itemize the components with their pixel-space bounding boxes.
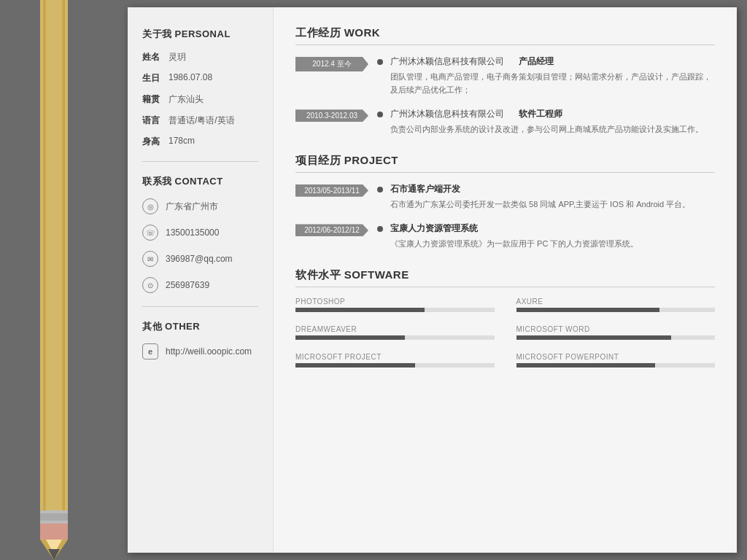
wechat-icon: ⊙	[142, 277, 158, 293]
project-section: 项目经历 PROJECT 2013/05-2013/11 石市通客户端开发 石市…	[295, 154, 715, 251]
svg-rect-2	[62, 0, 65, 510]
work-items: 2012.4 至今 广州沐沐颖信息科技有限公司 产品经理 团队管理，电商产品管理…	[295, 55, 715, 136]
contact-row: ◎广东省广州市	[142, 198, 258, 214]
timeline-tag: 2013/05-2013/11	[295, 184, 368, 197]
svg-rect-4	[40, 510, 68, 513]
timeline-desc: 团队管理，电商产品管理，电子商务策划项目管理；网站需求分析，产品设计，产品跟踪，…	[390, 71, 715, 96]
software-item: DREAMWEAVER	[295, 325, 495, 340]
svg-rect-1	[43, 0, 46, 510]
other-info: ehttp://weili.ooopic.com	[142, 343, 258, 359]
timeline-body: 广州沐沐颖信息科技有限公司 软件工程师 负责公司内部业务系统的设计及改进，参与公…	[390, 108, 715, 136]
info-value: 178cm	[169, 136, 195, 148]
sidebar: 关于我 PERSONAL 姓名灵玥生日1986.07.08籍贯广东汕头语言普通话…	[128, 7, 274, 553]
timeline-body: 宝康人力资源管理系统 《宝康人力资源管理系统》为一款应用于 PC 下的人力资源管…	[390, 222, 715, 251]
pencil-decoration	[0, 0, 117, 560]
software-bar-bg	[295, 363, 495, 368]
project-name: 石市通客户端开发	[390, 183, 460, 195]
contact-value: 13500135000	[166, 228, 219, 238]
other-value: http://weili.ooopic.com	[166, 346, 252, 357]
software-section: 软件水平 SOFTWARE PHOTOSHOP AXURE DREAMWEAVE…	[295, 268, 715, 373]
software-bar-fill	[295, 335, 405, 340]
timeline-dot	[377, 112, 383, 117]
software-bar-fill	[295, 363, 415, 368]
info-value: 灵玥	[169, 51, 186, 63]
contact-info: ◎广东省广州市☏13500135000✉396987@qq.com⊙256987…	[142, 198, 258, 293]
software-bar-bg	[516, 335, 716, 340]
contact-row: ⊙256987639	[142, 277, 258, 293]
timeline-tag: 2010.3-2012.03	[295, 109, 368, 122]
company-name: 广州沐沐颖信息科技有限公司	[390, 55, 504, 68]
personal-row: 身高178cm	[142, 136, 258, 148]
software-grid: PHOTOSHOP AXURE DREAMWEAVER MICROSOFT WO…	[295, 298, 715, 373]
svg-rect-5	[40, 521, 68, 524]
info-label: 姓名	[142, 51, 163, 63]
timeline-body: 广州沐沐颖信息科技有限公司 产品经理 团队管理，电商产品管理，电子商务策划项目管…	[390, 55, 715, 96]
software-bar-bg	[516, 363, 716, 368]
software-bar-fill	[516, 363, 656, 368]
timeline-desc: 石市通为广东某公司委托开发一款类似 58 同城 APP,主要运于 IOS 和 A…	[390, 198, 715, 211]
software-bar-bg	[295, 308, 495, 312]
project-item: 2013/05-2013/11 石市通客户端开发 石市通为广东某公司委托开发一款…	[295, 183, 715, 211]
main-content: 工作经历 WORK 2012.4 至今 广州沐沐颖信息科技有限公司 产品经理 团…	[274, 7, 737, 553]
divider-2	[142, 306, 258, 307]
personal-row: 姓名灵玥	[142, 51, 258, 63]
contact-title: 联系我 CONTACT	[142, 175, 258, 188]
timeline-dot	[377, 187, 383, 192]
info-label: 语言	[142, 114, 163, 127]
software-bar-bg	[295, 335, 495, 340]
project-title: 项目经历 PROJECT	[295, 154, 715, 173]
software-name: MICROSOFT POWERPOINT	[516, 353, 716, 361]
contact-value: 广东省广州市	[166, 201, 218, 213]
info-value: 1986.07.08	[169, 72, 212, 85]
info-label: 生日	[142, 72, 163, 85]
project-item: 2012/06-2012/12 宝康人力资源管理系统 《宝康人力资源管理系统》为…	[295, 222, 715, 251]
email-icon: ✉	[142, 251, 158, 267]
timeline-header: 广州沐沐颖信息科技有限公司 产品经理	[390, 55, 715, 68]
personal-row: 籍贯广东汕头	[142, 93, 258, 106]
software-name: MICROSOFT WORD	[516, 325, 716, 333]
software-name: DREAMWEAVER	[295, 325, 495, 333]
timeline-header: 石市通客户端开发	[390, 183, 715, 195]
info-label: 籍贯	[142, 93, 163, 106]
website-icon: e	[142, 343, 158, 359]
svg-marker-9	[48, 549, 60, 560]
software-bar-bg	[516, 308, 716, 312]
software-bar-fill	[516, 335, 672, 340]
divider-1	[142, 161, 258, 162]
timeline-tag: 2012/06-2012/12	[295, 224, 368, 236]
timeline-dot	[377, 226, 383, 232]
personal-title: 关于我 PERSONAL	[142, 28, 258, 41]
personal-row: 生日1986.07.08	[142, 72, 258, 85]
contact-value: 256987639	[166, 280, 209, 290]
timeline-header: 宝康人力资源管理系统	[390, 222, 715, 235]
timeline-desc: 负责公司内部业务系统的设计及改进，参与公司网上商城系统产品功能设计及实施工作。	[390, 123, 715, 136]
personal-info: 姓名灵玥生日1986.07.08籍贯广东汕头语言普通话/粤语/英语身高178cm	[142, 51, 258, 148]
other-title: 其他 OTHER	[142, 320, 258, 333]
contact-value: 396987@qq.com	[166, 254, 233, 264]
software-item: AXURE	[516, 298, 716, 312]
work-section: 工作经历 WORK 2012.4 至今 广州沐沐颖信息科技有限公司 产品经理 团…	[295, 26, 715, 136]
location-icon: ◎	[142, 198, 158, 214]
timeline-dot	[377, 59, 383, 65]
contact-row: ✉396987@qq.com	[142, 251, 258, 267]
phone-icon: ☏	[142, 225, 158, 241]
software-name: MICROSOFT PROJECT	[295, 353, 495, 361]
software-item: MICROSOFT PROJECT	[295, 353, 495, 368]
software-name: PHOTOSHOP	[295, 298, 495, 306]
software-item: MICROSOFT WORD	[516, 325, 716, 340]
software-bar-fill	[516, 308, 659, 312]
company-name: 广州沐沐颖信息科技有限公司	[390, 108, 504, 120]
personal-row: 语言普通话/粤语/英语	[142, 114, 258, 127]
project-name: 宝康人力资源管理系统	[390, 222, 478, 235]
contact-row: ☏13500135000	[142, 225, 258, 241]
work-title: 工作经历 WORK	[295, 26, 715, 45]
role-name: 软件工程师	[519, 108, 562, 120]
timeline-desc: 《宝康人力资源管理系统》为一款应用于 PC 下的人力资源管理系统。	[390, 238, 715, 251]
software-bar-fill	[295, 308, 425, 312]
other-row: ehttp://weili.ooopic.com	[142, 343, 258, 359]
work-item: 2010.3-2012.03 广州沐沐颖信息科技有限公司 软件工程师 负责公司内…	[295, 108, 715, 136]
resume-paper: 关于我 PERSONAL 姓名灵玥生日1986.07.08籍贯广东汕头语言普通话…	[128, 7, 737, 553]
info-label: 身高	[142, 136, 163, 148]
role-name: 产品经理	[519, 55, 554, 68]
timeline-body: 石市通客户端开发 石市通为广东某公司委托开发一款类似 58 同城 APP,主要运…	[390, 183, 715, 211]
